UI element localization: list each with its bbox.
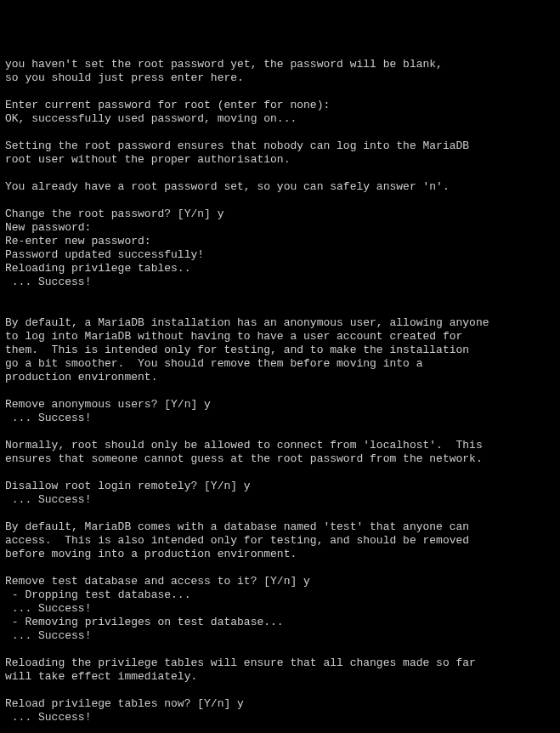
terminal-output: you haven't set the root password yet, t…	[5, 58, 555, 733]
